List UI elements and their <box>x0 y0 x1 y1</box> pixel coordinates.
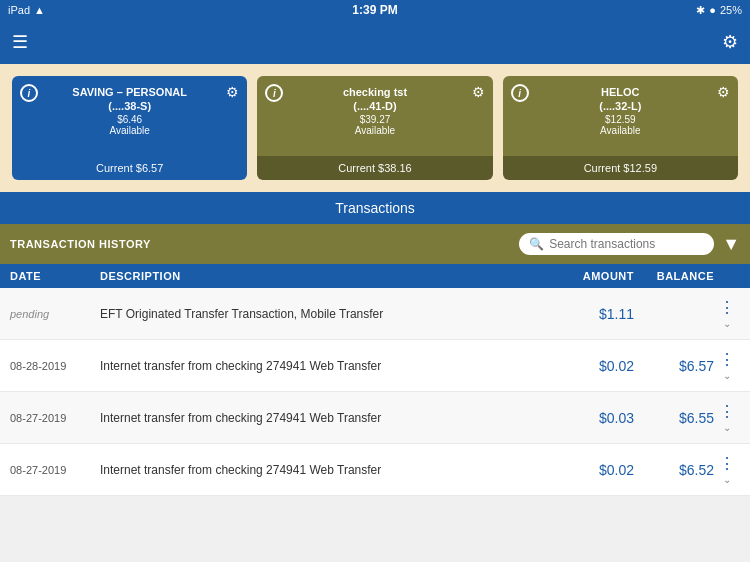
trans-date: 08-28-2019 <box>10 360 100 372</box>
account-balance-saving: $6.46 <box>22 114 237 125</box>
table-header: DATE DESCRIPTION AMOUNT BALANCE <box>0 264 750 288</box>
trans-desc: Internet transfer from checking 274941 W… <box>100 463 544 477</box>
trans-balance: $6.52 <box>634 462 714 478</box>
gear-icon-heloc[interactable]: ⚙ <box>717 84 730 100</box>
row-menu-icon[interactable]: ⋮ <box>719 350 735 369</box>
table-row: 08-28-2019 Internet transfer from checki… <box>0 340 750 392</box>
status-left: iPad ▲ <box>8 4 45 16</box>
account-current-saving: Current $6.57 <box>12 156 247 180</box>
settings-gear-icon[interactable]: ⚙ <box>722 31 738 53</box>
status-bar: iPad ▲ 1:39 PM ✱ ● 25% <box>0 0 750 20</box>
row-menu-icon[interactable]: ⋮ <box>719 454 735 473</box>
search-icon: 🔍 <box>529 237 544 251</box>
account-name-checking: checking tst <box>267 86 482 98</box>
account-current-heloc: Current $12.59 <box>503 156 738 180</box>
account-available-checking: Available <box>267 125 482 136</box>
transactions-list: pending EFT Originated Transfer Transact… <box>0 288 750 496</box>
gear-icon-checking[interactable]: ⚙ <box>472 84 485 100</box>
trans-actions[interactable]: ⋮ ⌄ <box>714 402 740 433</box>
device-label: iPad <box>8 4 30 16</box>
trans-actions[interactable]: ⋮ ⌄ <box>714 454 740 485</box>
expand-icon[interactable]: ⌄ <box>723 370 731 381</box>
account-available-heloc: Available <box>513 125 728 136</box>
col-header-description: DESCRIPTION <box>100 270 544 282</box>
account-available-saving: Available <box>22 125 237 136</box>
account-card-top-heloc: i ⚙ HELOC (....32-L) $12.59 Available <box>503 76 738 156</box>
table-row: pending EFT Originated Transfer Transact… <box>0 288 750 340</box>
accounts-section: i ⚙ SAVING – PERSONAL (....38-S) $6.46 A… <box>0 64 750 192</box>
account-card-top-saving: i ⚙ SAVING – PERSONAL (....38-S) $6.46 A… <box>12 76 247 156</box>
status-time: 1:39 PM <box>352 3 397 17</box>
transactions-toolbar: TRANSACTION HISTORY 🔍 ▼ <box>0 224 750 264</box>
toolbar-right: 🔍 ▼ <box>519 233 740 255</box>
trans-desc: Internet transfer from checking 274941 W… <box>100 411 544 425</box>
account-num-heloc: (....32-L) <box>513 100 728 112</box>
row-menu-icon[interactable]: ⋮ <box>719 402 735 421</box>
expand-icon[interactable]: ⌄ <box>723 422 731 433</box>
trans-actions[interactable]: ⋮ ⌄ <box>714 350 740 381</box>
account-balance-heloc: $12.59 <box>513 114 728 125</box>
trans-desc: EFT Originated Transfer Transaction, Mob… <box>100 307 544 321</box>
info-icon-saving[interactable]: i <box>20 84 38 102</box>
nav-bar: ☰ ⚙ <box>0 20 750 64</box>
account-current-checking: Current $38.16 <box>257 156 492 180</box>
table-row: 08-27-2019 Internet transfer from checki… <box>0 444 750 496</box>
gear-icon-saving[interactable]: ⚙ <box>226 84 239 100</box>
trans-date: 08-27-2019 <box>10 464 100 476</box>
trans-amount: $0.02 <box>544 462 634 478</box>
bluetooth-icon: ✱ <box>696 4 705 17</box>
col-header-actions <box>714 270 740 282</box>
col-header-amount: AMOUNT <box>544 270 634 282</box>
trans-actions[interactable]: ⋮ ⌄ <box>714 298 740 329</box>
trans-amount: $1.11 <box>544 306 634 322</box>
row-menu-icon[interactable]: ⋮ <box>719 298 735 317</box>
battery-icon: ● <box>709 4 716 16</box>
trans-balance: $6.57 <box>634 358 714 374</box>
info-icon-heloc[interactable]: i <box>511 84 529 102</box>
trans-date: pending <box>10 308 100 320</box>
account-card-saving[interactable]: i ⚙ SAVING – PERSONAL (....38-S) $6.46 A… <box>12 76 247 180</box>
account-card-checking[interactable]: i ⚙ checking tst (....41-D) $39.27 Avail… <box>257 76 492 180</box>
toolbar-title: TRANSACTION HISTORY <box>10 238 151 250</box>
account-name-heloc: HELOC <box>513 86 728 98</box>
account-num-saving: (....38-S) <box>22 100 237 112</box>
col-header-balance: BALANCE <box>634 270 714 282</box>
account-name-saving: SAVING – PERSONAL <box>22 86 237 98</box>
trans-desc: Internet transfer from checking 274941 W… <box>100 359 544 373</box>
transactions-section-title: Transactions <box>0 192 750 224</box>
search-input[interactable] <box>549 237 704 251</box>
account-card-top-checking: i ⚙ checking tst (....41-D) $39.27 Avail… <box>257 76 492 156</box>
status-right: ✱ ● 25% <box>696 4 742 17</box>
col-header-date: DATE <box>10 270 100 282</box>
wifi-icon: ▲ <box>34 4 45 16</box>
transactions-section: Transactions TRANSACTION HISTORY 🔍 ▼ DAT… <box>0 192 750 496</box>
account-balance-checking: $39.27 <box>267 114 482 125</box>
hamburger-menu-icon[interactable]: ☰ <box>12 31 28 53</box>
search-box[interactable]: 🔍 <box>519 233 714 255</box>
filter-icon[interactable]: ▼ <box>722 234 740 255</box>
trans-date: 08-27-2019 <box>10 412 100 424</box>
expand-icon[interactable]: ⌄ <box>723 318 731 329</box>
trans-amount: $0.03 <box>544 410 634 426</box>
table-row: 08-27-2019 Internet transfer from checki… <box>0 392 750 444</box>
trans-balance: $6.55 <box>634 410 714 426</box>
expand-icon[interactable]: ⌄ <box>723 474 731 485</box>
battery-percent: 25% <box>720 4 742 16</box>
account-card-heloc[interactable]: i ⚙ HELOC (....32-L) $12.59 Available Cu… <box>503 76 738 180</box>
trans-amount: $0.02 <box>544 358 634 374</box>
account-num-checking: (....41-D) <box>267 100 482 112</box>
